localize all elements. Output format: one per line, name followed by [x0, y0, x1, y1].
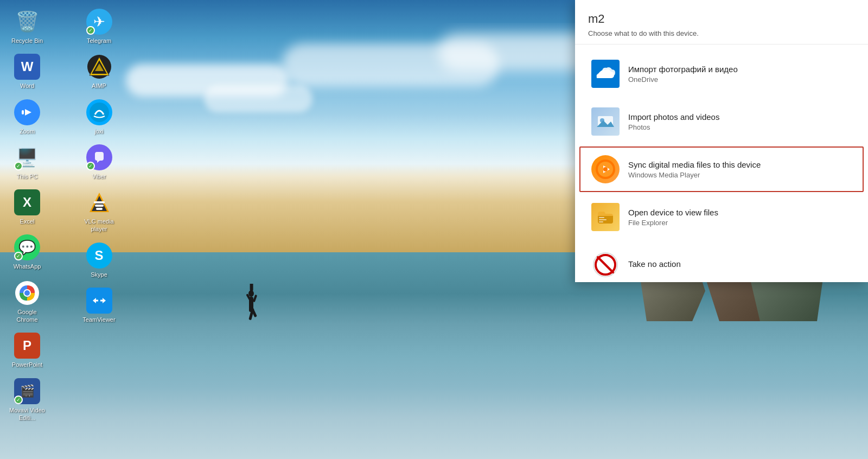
desktop-icons-container: 🗑️ Recycle Bin W Word Zoom 🖥️ ✓ This PC …: [0, 0, 152, 459]
photos-import-icon: [591, 107, 620, 136]
thispc-label: This PC: [16, 173, 37, 180]
skype-label: Skype: [91, 271, 107, 278]
telegram-label: Telegram: [87, 37, 111, 44]
desktop-icon-excel[interactable]: X Excel: [5, 186, 49, 228]
svg-rect-32: [599, 221, 603, 222]
powerpoint-label: PowerPoint: [12, 361, 42, 368]
onedrive-item-text: Импорт фотографий и видео OneDrive: [628, 65, 852, 84]
aimp-label: AIMP: [92, 82, 106, 90]
desktop-icon-thispc[interactable]: 🖥️ ✓ This PC: [5, 141, 49, 183]
noaction-item-title: Take no action: [628, 259, 852, 269]
photos-item-text: Import photos and videos Photos: [628, 112, 852, 131]
svg-point-6: [24, 290, 30, 296]
zoom-label: Zoom: [20, 127, 35, 135]
desktop-icon-word[interactable]: W Word: [5, 50, 49, 93]
word-icon: W: [14, 54, 40, 80]
recycle-bin-label: Recycle Bin: [11, 37, 43, 44]
popup-header: m2 Choose what to do with this device.: [575, 0, 868, 44]
popup-item-wmp[interactable]: Sync digital media files to this device …: [579, 146, 864, 192]
movavi-label: Movavi Video Editi...: [9, 406, 46, 422]
aimp-icon: [86, 54, 112, 80]
explorer-item-text: Open device to view files File Explorer: [628, 208, 852, 227]
zoom-icon: [14, 99, 40, 125]
desktop-icon-skype[interactable]: S Skype: [78, 239, 121, 282]
desktop-icon-powerpoint[interactable]: P PowerPoint: [5, 329, 49, 372]
telegram-check-badge: ✓: [86, 26, 95, 35]
noaction-icon: [591, 251, 620, 279]
svg-rect-30: [599, 217, 604, 218]
desktop-icon-vlc[interactable]: VLC media player: [78, 186, 121, 237]
runner-silhouette: [243, 269, 259, 312]
chrome-icon: [14, 280, 40, 306]
joxi-icon: [86, 99, 112, 125]
svg-point-28: [603, 167, 608, 171]
photos-item-title: Import photos and videos: [628, 112, 852, 122]
teamviewer-label: TeamViewer: [82, 316, 115, 323]
vlc-label: VLC media player: [81, 218, 118, 233]
movavi-icon: 🎬 ✓: [14, 378, 40, 404]
joxi-label: joxi: [94, 127, 104, 135]
whatsapp-icon: 💬 ✓: [14, 234, 40, 260]
thispc-icon: 🖥️ ✓: [14, 144, 40, 170]
explorer-item-subtitle: File Explorer: [628, 219, 852, 227]
wmp-item-subtitle: Windows Media Player: [628, 171, 852, 179]
thispc-check-badge: ✓: [14, 162, 23, 170]
onedrive-import-icon: [591, 60, 620, 88]
popup-item-onedrive[interactable]: Импорт фотографий и видео OneDrive: [579, 51, 864, 97]
wmp-item-text: Sync digital media files to this device …: [628, 160, 852, 179]
desktop-icon-zoom[interactable]: Zoom: [5, 96, 49, 138]
desktop-icon-teamviewer[interactable]: TeamViewer: [78, 284, 121, 327]
popup-item-photos[interactable]: Import photos and videos Photos: [579, 99, 864, 144]
svg-rect-31: [599, 219, 607, 220]
powerpoint-icon: P: [14, 333, 40, 359]
chrome-label: Google Chrome: [9, 308, 46, 324]
whatsapp-check-badge: ✓: [14, 252, 23, 260]
autoplay-popup: m2 Choose what to do with this device. И…: [575, 0, 868, 282]
photos-item-subtitle: Photos: [628, 123, 852, 131]
wmp-item-title: Sync digital media files to this device: [628, 160, 852, 169]
explorer-item-title: Open device to view files: [628, 208, 852, 217]
desktop-icon-whatsapp[interactable]: 💬 ✓ WhatsApp: [5, 231, 49, 273]
svg-rect-18: [90, 291, 109, 310]
noaction-item-text: Take no action: [628, 259, 852, 270]
onedrive-item-subtitle: OneDrive: [628, 75, 852, 84]
viber-check-badge: ✓: [86, 162, 95, 170]
popup-subtitle: Choose what to do with this device.: [588, 29, 855, 37]
excel-icon: X: [14, 189, 40, 215]
popup-device-name: m2: [588, 12, 855, 26]
svg-rect-16: [95, 205, 104, 207]
svg-point-11: [90, 103, 109, 122]
whatsapp-label: WhatsApp: [14, 263, 41, 270]
explorer-icon: [591, 203, 620, 231]
desktop-icon-aimp[interactable]: AIMP: [78, 50, 121, 93]
popup-items-list: Импорт фотографий и видео OneDrive Impor…: [575, 44, 868, 294]
desktop-icon-joxi[interactable]: joxi: [78, 96, 121, 138]
viber-icon: ✓: [86, 144, 112, 170]
telegram-icon: ✈ ✓: [86, 9, 112, 35]
onedrive-item-title: Импорт фотографий и видео: [628, 65, 852, 74]
vlc-icon: [86, 189, 112, 215]
desktop-icon-chrome[interactable]: Google Chrome: [5, 277, 49, 327]
desktop-icon-movavi[interactable]: 🎬 ✓ Movavi Video Editi...: [5, 375, 49, 425]
teamviewer-icon: [86, 288, 112, 314]
movavi-check-badge: ✓: [14, 396, 23, 404]
desktop-icon-recycle-bin[interactable]: 🗑️ Recycle Bin: [5, 5, 49, 48]
skype-icon: S: [86, 243, 112, 269]
svg-rect-15: [94, 201, 105, 203]
word-label: Word: [20, 82, 34, 90]
popup-item-explorer[interactable]: Open device to view files File Explorer: [579, 194, 864, 240]
wmp-sync-icon: [591, 155, 620, 183]
popup-item-noaction[interactable]: Take no action: [579, 242, 864, 288]
svg-rect-2: [22, 110, 24, 114]
desktop-icon-viber[interactable]: ✓ Viber: [78, 141, 121, 183]
recycle-bin-icon: 🗑️: [14, 9, 40, 35]
viber-label: Viber: [92, 173, 106, 180]
svg-rect-17: [96, 208, 103, 210]
desktop-icon-telegram[interactable]: ✈ ✓ Telegram: [78, 5, 121, 48]
excel-label: Excel: [20, 218, 35, 225]
